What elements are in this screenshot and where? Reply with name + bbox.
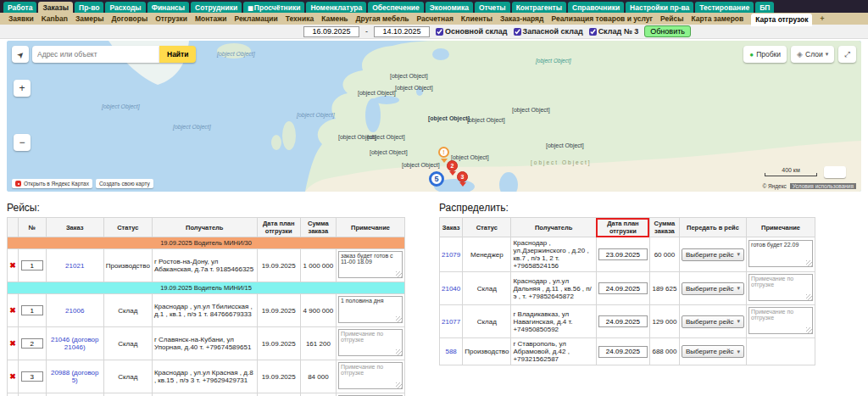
subnav-otgruzki[interactable]: Отгрузки (155, 14, 187, 23)
note-textarea[interactable]: 1 половина дня (338, 296, 403, 323)
tab-rabota[interactable]: Работа (3, 2, 36, 13)
col-header-recipient: Получатель (152, 218, 257, 237)
note-textarea[interactable] (748, 307, 813, 334)
trips-cluster-marker[interactable]: 5 (429, 171, 444, 187)
note-textarea[interactable] (338, 329, 403, 356)
date-from-input[interactable] (303, 26, 359, 37)
tab-ekonomika[interactable]: Экономика (426, 2, 473, 13)
trip-position-input[interactable] (21, 338, 43, 349)
ship-date-input[interactable] (598, 315, 648, 327)
subnav-drugaya-mebel[interactable]: Другая мебель (356, 14, 409, 23)
warehouse-reserve-checkbox[interactable]: Запасной склад (514, 27, 583, 36)
note-textarea[interactable]: готов будет 22.09 (748, 240, 813, 267)
plan-date-cell: 19.09.2025 (257, 360, 300, 393)
subnav-tehnika[interactable]: Техника (286, 14, 314, 23)
map-find-button[interactable]: Найти (159, 46, 196, 63)
subnav-montazhi[interactable]: Монтажи (195, 14, 227, 23)
trips-table: № Заказ Статус Получатель Дата план отгр… (7, 217, 405, 396)
subnav-klienty[interactable]: Клиенты (461, 14, 492, 23)
subnav-karta-zamerov[interactable]: Карта замеров (691, 14, 743, 23)
order-link[interactable]: 21079 (442, 251, 460, 259)
subnav-zayavki[interactable]: Заявки (8, 14, 34, 23)
tab-zakazy[interactable]: Заказы (38, 2, 73, 13)
minimap-button[interactable] (824, 166, 846, 178)
subnav-kanban[interactable]: Kanban (42, 14, 68, 23)
order-link[interactable]: 21040 (442, 285, 460, 293)
open-in-yandex-badge[interactable]: Открыть в Яндекс Картах (12, 179, 92, 188)
tab-bp[interactable]: БП (755, 2, 774, 13)
subnav-reklamacii[interactable]: Рекламации (234, 14, 277, 23)
subnav-karta-otgruzok[interactable]: Карта отгрузок (751, 14, 812, 26)
plan-date-cell: 19.09.2025 (257, 327, 300, 360)
subnav-raschetnaya[interactable]: Расчетная (417, 14, 453, 23)
delete-icon[interactable]: ✖ (9, 339, 16, 348)
note-textarea[interactable]: заказ будет готов с 11-00 18.09 (338, 251, 403, 278)
tab-kontragenty[interactable]: Контрагенты (512, 2, 566, 13)
create-map-badge[interactable]: Создать свою карту (96, 179, 153, 188)
ship-date-input[interactable] (598, 346, 648, 358)
order-link[interactable]: 21077 (442, 318, 460, 326)
geolocate-button[interactable]: ➤ (12, 46, 29, 63)
refresh-button[interactable]: Обновить (644, 25, 691, 37)
map-terms-link[interactable]: Условия использования (790, 183, 856, 189)
warehouse-3-checkbox[interactable]: Склад № 3 (589, 27, 639, 36)
tab-rashody[interactable]: Расходы (105, 2, 145, 13)
tab-label: Просчётники (254, 3, 301, 12)
checkbox-icon[interactable] (436, 28, 443, 36)
note-textarea[interactable] (338, 362, 403, 389)
order-link[interactable]: 21006 (65, 307, 84, 315)
tab-obespechenie[interactable]: Обеспечение (368, 2, 424, 13)
checkbox-icon[interactable] (514, 28, 521, 36)
col-header-sum: Сумма заказа (300, 218, 336, 237)
expand-icon: ⤢ (844, 50, 850, 59)
subnav-reisy[interactable]: Рейсы (660, 14, 683, 23)
status-cell: Производство (103, 249, 152, 282)
trip-position-input[interactable] (21, 371, 43, 382)
order-link[interactable]: 20988 (договор 5) (51, 369, 99, 384)
tab-proschetniki[interactable]: ▦Просчётники (243, 2, 304, 13)
zoom-out-button[interactable]: − (14, 134, 31, 151)
tab-sotrudniki[interactable]: Сотрудники (191, 2, 242, 13)
transfer-trip-select[interactable]: Выберите рейс▾ (682, 345, 744, 358)
date-to-input[interactable] (374, 26, 430, 37)
order-map-pin[interactable]: 3 (457, 171, 468, 182)
ship-date-input[interactable] (598, 282, 648, 294)
subnav-dogovory[interactable]: Договоры (111, 14, 147, 23)
subnav-realizaciya[interactable]: Реализация товаров и услуг (551, 14, 653, 23)
layers-button[interactable]: ◈Слои▾ (791, 46, 834, 63)
warning-map-pin[interactable]: ! (438, 147, 449, 158)
tab-finansy[interactable]: Финансы (147, 2, 189, 13)
traffic-button[interactable]: ●Пробки (743, 46, 787, 63)
tab-otchety[interactable]: Отчеты (475, 2, 510, 13)
order-map-pin[interactable]: 2 (447, 160, 458, 171)
subnav-zamery[interactable]: Замеры (75, 14, 104, 23)
order-link[interactable]: 21021 (65, 262, 84, 270)
trip-position-input[interactable] (21, 305, 43, 315)
order-link[interactable]: 21046 (договор 21046) (51, 336, 99, 351)
trip-position-input[interactable] (21, 260, 43, 271)
map-search-input[interactable] (32, 46, 159, 63)
tab-nomenklatura[interactable]: Номенклатура (306, 2, 366, 13)
tab-testirovanie[interactable]: Тестирование (695, 2, 754, 13)
warehouse-main-checkbox[interactable]: Основной склад (436, 27, 508, 36)
transfer-trip-select[interactable]: Выберите рейс▾ (682, 315, 744, 328)
transfer-trip-select[interactable]: Выберите рейс▾ (682, 248, 744, 261)
transfer-trip-select[interactable]: Выберите рейс▾ (682, 282, 744, 295)
checkbox-icon[interactable] (589, 28, 597, 36)
tab-prvo[interactable]: Пр-во (75, 2, 103, 13)
note-textarea[interactable] (748, 274, 813, 301)
delete-icon[interactable]: ✖ (9, 306, 16, 315)
zoom-in-button[interactable]: + (14, 80, 31, 97)
geolocate-icon: ➤ (14, 48, 26, 60)
shipments-map[interactable]: [object Object] [object Object] [object … (7, 41, 861, 192)
ship-date-input[interactable] (598, 248, 648, 260)
delete-icon[interactable]: ✖ (9, 372, 16, 381)
tab-nastroyki[interactable]: Настройки пр-ва (626, 2, 693, 13)
fullscreen-button[interactable]: ⤢ (838, 46, 856, 63)
add-tab-icon[interactable]: + (820, 14, 824, 23)
order-link[interactable]: 588 (445, 348, 456, 355)
subnav-zakaz-naryad[interactable]: Заказ-наряд (500, 14, 544, 23)
delete-icon[interactable]: ✖ (9, 261, 16, 270)
subnav-kamen[interactable]: Камень (321, 14, 348, 23)
tab-spravochniki[interactable]: Справочники (568, 2, 624, 13)
